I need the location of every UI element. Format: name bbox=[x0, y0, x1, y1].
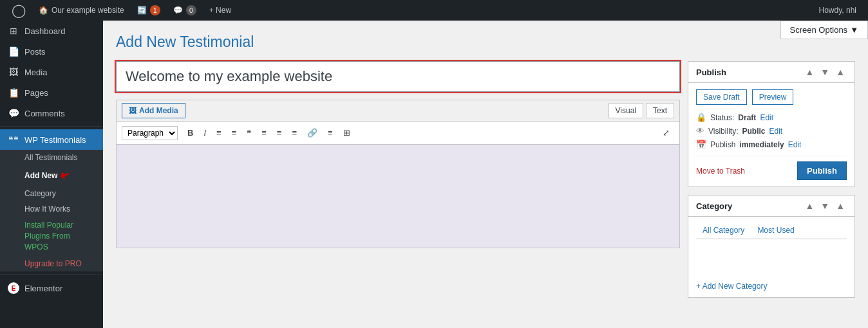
calendar-icon: 📅 bbox=[696, 140, 706, 149]
media-label: Media bbox=[24, 68, 47, 77]
pages-label: Pages bbox=[24, 88, 48, 98]
comments-sidebar-icon: 💬 bbox=[8, 108, 19, 118]
site-name: Our example website bbox=[52, 6, 124, 15]
add-new-category-link[interactable]: + Add New Category bbox=[696, 282, 847, 291]
most-used-tab[interactable]: Most Used bbox=[751, 223, 800, 239]
category-box-title: Category bbox=[696, 201, 732, 211]
align-right-button[interactable]: ≡ bbox=[287, 125, 301, 140]
home-icon: 🏠 bbox=[39, 6, 48, 15]
publish-box-content: Save Draft Preview 🔒 Status: Draft Edit … bbox=[688, 83, 854, 187]
sidebar-item-elementor[interactable]: E Elementor bbox=[0, 277, 103, 299]
category-list bbox=[696, 244, 847, 277]
visibility-label: Visibility: bbox=[708, 127, 738, 136]
table-button[interactable]: ⊞ bbox=[339, 125, 355, 140]
link-button[interactable]: 🔗 bbox=[303, 125, 322, 140]
posts-icon: 📄 bbox=[8, 46, 19, 57]
comments-link[interactable]: 💬 0 bbox=[167, 0, 203, 21]
publish-footer: Move to Trash Publish bbox=[696, 156, 847, 180]
publish-box-close[interactable]: ▲ bbox=[834, 67, 847, 77]
more-button[interactable]: ≡ bbox=[323, 125, 337, 140]
wp-testimonials-label: WP Testimonials bbox=[24, 135, 86, 145]
sidebar-item-media[interactable]: 🖼 Media bbox=[0, 62, 103, 82]
sidebar-item-dashboard[interactable]: ⊞ Dashboard bbox=[0, 21, 103, 41]
submenu-upgrade-pro[interactable]: Upgrade to PRO bbox=[0, 256, 103, 271]
submenu-all-testimonials[interactable]: All Testimonials bbox=[0, 150, 103, 165]
category-box-collapse-down[interactable]: ▼ bbox=[818, 201, 831, 211]
add-media-icon: 🖼 bbox=[129, 106, 137, 115]
testimonials-icon: ❝❝ bbox=[8, 134, 19, 145]
sidebar-item-comments[interactable]: 💬 Comments bbox=[0, 103, 103, 123]
status-edit-link[interactable]: Edit bbox=[760, 113, 773, 122]
elementor-label: Elementor bbox=[24, 284, 62, 293]
dashboard-icon: ⊞ bbox=[8, 26, 19, 36]
editor-toolbar: Paragraph B I ≡ ≡ ❝ ≡ ≡ ≡ 🔗 ≡ bbox=[117, 122, 679, 145]
post-title-input[interactable] bbox=[116, 61, 680, 92]
title-wrap bbox=[116, 61, 680, 92]
comments-count: 0 bbox=[186, 5, 196, 15]
publish-actions: Save Draft Preview bbox=[696, 89, 847, 105]
publish-box-header: Publish ▲ ▼ ▲ bbox=[688, 62, 854, 83]
updates-link[interactable]: 🔄 1 bbox=[131, 0, 167, 21]
sidebar-item-pages[interactable]: 📋 Pages bbox=[0, 82, 103, 103]
text-tab[interactable]: Text bbox=[646, 103, 674, 118]
visual-tab[interactable]: Visual bbox=[609, 103, 643, 118]
blockquote-button[interactable]: ❝ bbox=[242, 125, 256, 140]
screen-options-panel: Screen Options ▼ bbox=[780, 21, 868, 39]
publish-box-collapse-down[interactable]: ▼ bbox=[818, 67, 831, 77]
elementor-icon: E bbox=[8, 282, 19, 294]
publish-box-title: Publish bbox=[696, 68, 726, 77]
publish-when: immediately bbox=[739, 140, 784, 149]
publish-edit-link[interactable]: Edit bbox=[788, 140, 802, 149]
status-icon: 🔒 bbox=[696, 113, 706, 122]
publish-date-row: 📅 Publish immediately Edit bbox=[696, 140, 847, 149]
wp-logo[interactable]: ◯ bbox=[5, 0, 32, 21]
ordered-list-button[interactable]: ≡ bbox=[227, 125, 241, 140]
sidebar-item-wp-testimonials[interactable]: ❝❝ WP Testimonials bbox=[0, 129, 103, 150]
visibility-icon: 👁 bbox=[696, 126, 704, 136]
category-box-header: Category ▲ ▼ ▲ bbox=[688, 196, 854, 217]
publish-button[interactable]: Publish bbox=[797, 161, 847, 180]
howdy-text: Howdy, nhi bbox=[813, 6, 863, 15]
preview-button[interactable]: Preview bbox=[752, 89, 794, 105]
visibility-row: 👁 Visibility: Public Edit bbox=[696, 126, 847, 136]
screen-options-button[interactable]: Screen Options ▼ bbox=[781, 21, 867, 39]
submenu-install-plugins[interactable]: Install Popular Plugins From WPOS bbox=[0, 217, 103, 256]
publish-box-collapse-up[interactable]: ▲ bbox=[803, 67, 816, 77]
move-to-trash-button[interactable]: Move to Trash bbox=[696, 167, 745, 176]
category-box-close[interactable]: ▲ bbox=[834, 201, 847, 211]
site-name-link[interactable]: 🏠 Our example website bbox=[32, 0, 131, 21]
sidebar-item-posts[interactable]: 📄 Posts bbox=[0, 41, 103, 62]
visibility-edit-link[interactable]: Edit bbox=[769, 127, 782, 136]
save-draft-button[interactable]: Save Draft bbox=[696, 89, 747, 105]
visibility-value: Public bbox=[742, 127, 765, 136]
updates-count: 1 bbox=[150, 5, 160, 15]
sidebar: ⊞ Dashboard 📄 Posts 🖼 Media 📋 Pages 💬 Co… bbox=[0, 21, 103, 328]
new-content-link[interactable]: + New bbox=[203, 0, 238, 21]
editor-container: 🖼 Add Media Visual Text Paragraph bbox=[116, 100, 680, 248]
pages-icon: 📋 bbox=[8, 87, 19, 98]
editor-content-area[interactable] bbox=[117, 145, 679, 248]
all-category-tab[interactable]: All Category bbox=[696, 223, 751, 239]
new-label: + New bbox=[209, 6, 231, 15]
chevron-down-icon: ▼ bbox=[850, 25, 858, 35]
paragraph-select[interactable]: Paragraph bbox=[122, 126, 178, 140]
fullscreen-button[interactable]: ⤢ bbox=[658, 125, 674, 140]
updates-icon: 🔄 bbox=[137, 6, 147, 15]
align-left-button[interactable]: ≡ bbox=[257, 125, 271, 140]
unordered-list-button[interactable]: ≡ bbox=[212, 125, 226, 140]
submenu-add-new[interactable]: Add New ➜ bbox=[0, 165, 103, 186]
status-label: Status: bbox=[710, 113, 734, 122]
bold-button[interactable]: B bbox=[183, 125, 198, 140]
page-title: Add New Testimonial bbox=[116, 33, 855, 51]
add-media-button[interactable]: 🖼 Add Media bbox=[122, 103, 185, 118]
align-center-button[interactable]: ≡ bbox=[272, 125, 287, 140]
category-box-collapse-up[interactable]: ▲ bbox=[803, 201, 816, 211]
publish-box: Publish ▲ ▼ ▲ Save Draft Preview bbox=[688, 61, 855, 187]
italic-button[interactable]: I bbox=[199, 125, 211, 140]
comments-label: Comments bbox=[24, 109, 65, 118]
submenu-how-it-works[interactable]: How It Works bbox=[0, 201, 103, 217]
comments-icon: 💬 bbox=[173, 6, 183, 15]
admin-bar: ◯ 🏠 Our example website 🔄 1 💬 0 + New Ho… bbox=[0, 0, 868, 21]
category-box: Category ▲ ▼ ▲ All Category Most Used bbox=[688, 195, 855, 298]
submenu-category[interactable]: Category bbox=[0, 186, 103, 201]
